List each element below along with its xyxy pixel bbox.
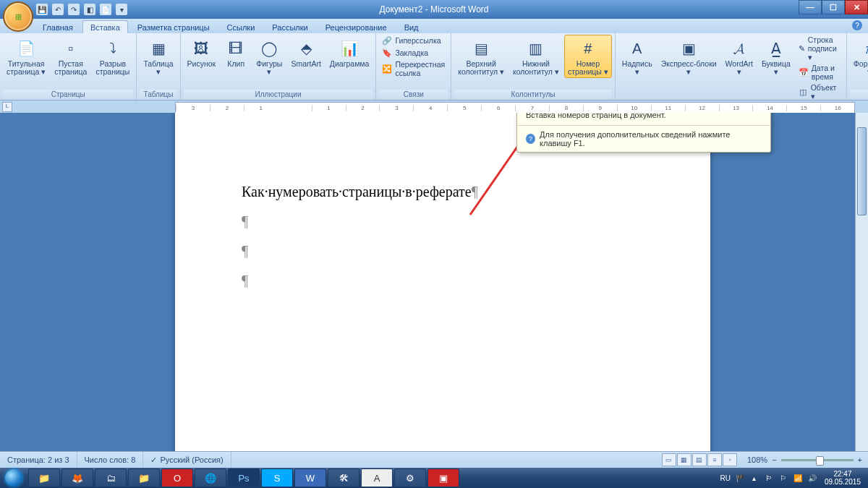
undo-icon[interactable]: ↶ bbox=[52, 4, 64, 15]
taskbar-app[interactable]: 🦊 bbox=[61, 468, 93, 487]
system-tray: RU 🏴 ▴ 🏳 ⚐ 📶 🔊 22:4709.05.2015 bbox=[715, 470, 868, 486]
shapes-icon: ◯ bbox=[258, 37, 281, 60]
taskbar-app[interactable]: A bbox=[361, 468, 393, 487]
taskbar-app[interactable]: Ps bbox=[228, 468, 260, 487]
group-label: Таблицы bbox=[140, 90, 176, 100]
tab-insert[interactable]: Вставка bbox=[82, 20, 128, 33]
crossref-icon: 🔀 bbox=[382, 64, 392, 74]
save-icon[interactable]: 💾 bbox=[36, 4, 48, 15]
qat-dropdown-icon[interactable]: ▾ bbox=[116, 4, 127, 15]
taskbar-app[interactable]: S bbox=[261, 468, 293, 487]
wordart-button[interactable]: 𝓐WordArt ▾ bbox=[722, 35, 757, 78]
header-button[interactable]: ▤Верхний колонтитул ▾ bbox=[454, 35, 508, 78]
quick-access-toolbar: 💾 ↶ ↷ ◧ 📄 ▾ bbox=[36, 4, 127, 15]
tab-pagelayout[interactable]: Разметка страницы bbox=[129, 20, 218, 33]
quickparts-button[interactable]: ▣Экспресс-блоки ▾ bbox=[658, 35, 720, 78]
zoom-in-button[interactable]: + bbox=[858, 455, 862, 464]
blank-page-button[interactable]: ▫Пустая страница bbox=[51, 35, 90, 78]
cover-page-button[interactable]: 📄Титульная страница ▾ bbox=[3, 35, 49, 78]
ribbon-tabs: Главная Вставка Разметка страницы Ссылки… bbox=[0, 19, 868, 33]
tab-review[interactable]: Рецензирование bbox=[318, 20, 395, 33]
zoom-level[interactable]: 108% bbox=[747, 455, 767, 464]
picture-button[interactable]: 🖼Рисунок bbox=[184, 35, 220, 70]
taskbar-app[interactable]: 🗂 bbox=[95, 468, 127, 487]
tray-clock[interactable]: 22:4709.05.2015 bbox=[822, 470, 864, 486]
dropcap-button[interactable]: A̲Буквица ▾ bbox=[758, 35, 794, 78]
group-label: Колонтитулы bbox=[454, 90, 612, 100]
tab-home[interactable]: Главная bbox=[35, 20, 81, 33]
taskbar-app[interactable]: O bbox=[161, 468, 193, 487]
clip-icon: 🎞 bbox=[224, 37, 247, 60]
view-fullscreen-icon[interactable]: ▦ bbox=[677, 453, 692, 466]
volume-icon[interactable]: 🔊 bbox=[807, 473, 817, 483]
close-button[interactable]: ✕ bbox=[845, 0, 868, 14]
status-page[interactable]: Страница: 2 из 3 bbox=[0, 452, 77, 468]
help-icon: ? bbox=[526, 134, 535, 144]
group-label: Символы bbox=[850, 90, 868, 100]
signature-icon: ✎ bbox=[799, 43, 805, 53]
minimize-button[interactable]: — bbox=[799, 0, 822, 14]
header-icon: ▤ bbox=[469, 37, 493, 60]
zoom-slider[interactable] bbox=[781, 459, 854, 461]
taskbar-app[interactable]: 🛠 bbox=[328, 468, 359, 487]
page-break-button[interactable]: ⤵Разрыв страницы bbox=[92, 35, 133, 78]
view-web-icon[interactable]: ▤ bbox=[692, 453, 707, 466]
ribbon: 📄Титульная страница ▾ ▫Пустая страница ⤵… bbox=[0, 33, 868, 100]
chart-button[interactable]: 📊Диаграмма bbox=[326, 35, 373, 70]
page[interactable]: Как·нумеровать·страницы·в·реферате¶ ¶ ¶ … bbox=[175, 113, 710, 466]
window-title: Документ2 - Microsoft Word bbox=[379, 4, 488, 14]
office-button[interactable]: ⊞ bbox=[3, 1, 33, 32]
view-draft-icon[interactable]: ▫ bbox=[723, 453, 737, 466]
ruler-tab-selector[interactable]: L bbox=[2, 102, 12, 112]
object-button[interactable]: ◫Объект ▾ bbox=[796, 82, 843, 101]
taskbar-app[interactable]: ▣ bbox=[427, 468, 459, 487]
help-icon[interactable]: ? bbox=[852, 20, 862, 30]
hyperlink-button[interactable]: 🔗Гиперссылка bbox=[379, 35, 448, 46]
tray-icon[interactable]: ⚐ bbox=[778, 473, 788, 483]
tray-language[interactable]: RU bbox=[720, 474, 730, 482]
taskbar-app[interactable]: W bbox=[294, 468, 326, 487]
maximize-button[interactable]: ☐ bbox=[822, 0, 845, 14]
vertical-scrollbar[interactable] bbox=[855, 113, 868, 466]
qat-icon[interactable]: ◧ bbox=[84, 4, 95, 15]
taskbar-app[interactable]: 📁 bbox=[128, 468, 160, 487]
tab-view[interactable]: Вид bbox=[396, 20, 427, 33]
bookmark-button[interactable]: 🔖Закладка bbox=[379, 47, 448, 59]
windows-taskbar: 📁 🦊 🗂 📁 O 🌐 Ps S W 🛠 A ⚙ ▣ RU 🏴 ▴ 🏳 ⚐ 📶 … bbox=[0, 468, 868, 488]
zoom-thumb[interactable] bbox=[816, 456, 824, 466]
status-wordcount[interactable]: Число слов: 8 bbox=[77, 452, 144, 468]
textbox-button[interactable]: AНадпись ▾ bbox=[618, 35, 656, 78]
crossref-button[interactable]: 🔀Перекрестная ссылка bbox=[379, 59, 448, 78]
picture-icon: 🖼 bbox=[190, 37, 213, 60]
redo-icon[interactable]: ↷ bbox=[68, 4, 80, 15]
qat-icon[interactable]: 📄 bbox=[100, 4, 111, 15]
view-outline-icon[interactable]: ≡ bbox=[707, 453, 722, 466]
tray-chevron-icon[interactable]: ▴ bbox=[749, 473, 760, 483]
page-number-button[interactable]: #Номер страницы ▾ bbox=[564, 35, 612, 78]
signature-button[interactable]: ✎Строка подписи ▾ bbox=[796, 35, 843, 62]
tray-icon[interactable]: 🏳 bbox=[764, 473, 774, 483]
tab-references[interactable]: Ссылки bbox=[219, 20, 263, 33]
taskbar-app[interactable]: 🌐 bbox=[195, 468, 226, 487]
footer-button[interactable]: ▥Нижний колонтитул ▾ bbox=[509, 35, 563, 78]
taskbar-app[interactable]: 📁 bbox=[28, 468, 60, 487]
taskbar-app[interactable]: ⚙ bbox=[394, 468, 426, 487]
view-print-icon[interactable]: ▭ bbox=[662, 453, 676, 466]
equation-button[interactable]: πФормула ▾ bbox=[850, 35, 868, 78]
table-button[interactable]: ▦Таблица ▾ bbox=[140, 35, 176, 78]
pilcrow-icon: ¶ bbox=[472, 184, 478, 200]
tab-mailings[interactable]: Рассылки bbox=[264, 20, 315, 33]
network-icon[interactable]: 📶 bbox=[793, 473, 803, 483]
shapes-button[interactable]: ◯Фигуры ▾ bbox=[252, 35, 286, 78]
status-language[interactable]: ✓Русский (Россия) bbox=[143, 452, 231, 468]
pagenumber-icon: # bbox=[576, 37, 600, 60]
start-button[interactable] bbox=[0, 468, 27, 488]
clipart-button[interactable]: 🎞Клип bbox=[221, 35, 251, 70]
zoom-out-button[interactable]: − bbox=[772, 455, 776, 464]
tooltip-help: ?Для получения дополнительных сведений н… bbox=[517, 125, 770, 152]
horizontal-ruler[interactable]: 32112345678910111213141516 bbox=[175, 102, 855, 114]
smartart-button[interactable]: ⬘SmartArt bbox=[287, 35, 324, 70]
datetime-button[interactable]: 📅Дата и время bbox=[796, 63, 843, 82]
flag-icon[interactable]: 🏴 bbox=[735, 473, 745, 483]
scrollbar-thumb[interactable] bbox=[857, 127, 867, 215]
